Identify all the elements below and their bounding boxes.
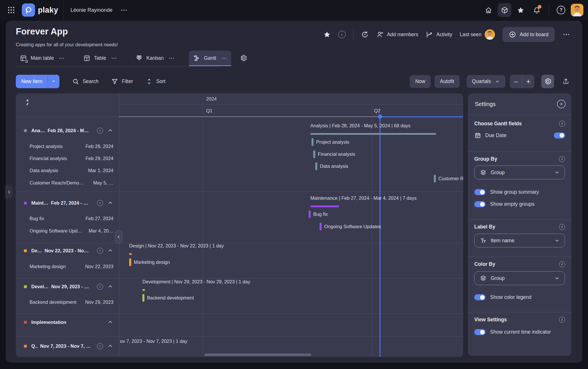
app-grid-icon[interactable]	[5, 3, 18, 17]
info-icon[interactable]: i	[559, 156, 565, 162]
group-header-row[interactable]: Devel…Nov 29, 2023 - …i	[16, 282, 119, 291]
panel-item-row[interactable]: Backend developmentNov 29, 2023	[16, 298, 119, 306]
panel-item-row[interactable]: Ongoing Software Upd…Mar 4, 20…	[16, 226, 119, 235]
topbar-more-menu[interactable]: •••	[121, 8, 128, 12]
group-header-row[interactable]: De…Nov 22, 2023 - No…i	[16, 246, 119, 255]
summary-bar[interactable]	[129, 253, 132, 255]
group-info-icon[interactable]: i	[97, 200, 103, 206]
chevron-down-icon	[554, 238, 560, 243]
show-empty-groups-toggle[interactable]	[474, 201, 486, 207]
help-icon[interactable]: ?	[554, 3, 568, 17]
group-header-row[interactable]: Implementation	[16, 317, 119, 327]
notifications-bell-icon[interactable]	[530, 3, 543, 17]
tab-kanban[interactable]: Kanban •••	[131, 51, 179, 66]
show-group-summary-toggle[interactable]	[474, 189, 486, 195]
now-button[interactable]: Now	[410, 75, 431, 88]
panel-item-row[interactable]: Bug fixFeb 27, 2024	[16, 214, 119, 223]
tab-gantt[interactable]: Gantt •••	[189, 51, 231, 66]
show-current-time-indicator-toggle[interactable]	[474, 329, 486, 335]
group-collapse-chevron-icon[interactable]	[108, 320, 113, 325]
panel-item-row[interactable]: Data analysisMar 1, 2024	[16, 166, 119, 175]
group-header-row[interactable]: Maint…Feb 27, 2024 - …i	[16, 198, 119, 208]
board-star-icon[interactable]	[323, 31, 331, 38]
summary-bar[interactable]	[142, 289, 145, 291]
home-icon[interactable]	[481, 3, 495, 17]
item-due-date: Feb 28, 2024	[86, 144, 113, 149]
tab-menu-icon[interactable]: •••	[169, 56, 175, 60]
board-more-menu[interactable]: •••	[563, 32, 570, 37]
autofit-button[interactable]: Autofit	[434, 75, 460, 88]
section-choose-gantt-fields: Choose Gantt fields i	[468, 121, 571, 127]
group-collapse-chevron-icon[interactable]	[108, 128, 113, 133]
group-info-icon[interactable]: i	[97, 284, 103, 290]
zoom-in-button[interactable]: +	[522, 75, 534, 88]
board-info-icon[interactable]: i	[338, 31, 346, 38]
item-bar[interactable]	[142, 294, 144, 302]
show-color-legend-toggle[interactable]	[474, 294, 486, 300]
tab-table[interactable]: Table •••	[79, 51, 121, 66]
group-collapse-chevron-icon[interactable]	[108, 343, 113, 349]
boards-cube-icon[interactable]	[498, 3, 511, 17]
sort-button[interactable]: Sort	[146, 78, 165, 85]
plaky-logo-icon[interactable]	[22, 3, 35, 17]
settings-close-icon[interactable]: ×	[557, 100, 566, 108]
group-header-row[interactable]: Ana…Feb 28, 2024 - M…i	[16, 126, 119, 135]
color-by-dropdown[interactable]: Group	[474, 271, 565, 285]
item-bar[interactable]	[434, 175, 436, 182]
filter-button[interactable]: Filter	[111, 78, 133, 85]
item-bar[interactable]	[313, 150, 315, 158]
info-icon[interactable]: i	[559, 261, 565, 267]
group-collapse-chevron-icon[interactable]	[108, 200, 113, 205]
group-info-icon[interactable]: i	[97, 128, 103, 134]
tab-menu-icon[interactable]: •••	[112, 56, 117, 60]
group-info-icon[interactable]: i	[97, 248, 103, 254]
collapse-all-icon[interactable]	[24, 99, 31, 106]
info-icon[interactable]: i	[559, 121, 565, 127]
export-icon[interactable]	[560, 75, 572, 88]
item-bar[interactable]	[312, 138, 314, 146]
search-button[interactable]: Search	[72, 78, 98, 85]
add-members-button[interactable]: Add members	[376, 31, 418, 38]
group-info-icon[interactable]: i	[97, 343, 103, 349]
due-date-toggle[interactable]	[554, 132, 565, 139]
info-icon[interactable]: i	[559, 224, 565, 230]
group-header-row[interactable]: Q..Nov 7, 2023 - Nov 7, …i	[16, 341, 119, 351]
workspace-user[interactable]: Léonie Raymonde	[71, 7, 113, 13]
summary-bar[interactable]	[310, 205, 339, 207]
zoom-unit-dropdown[interactable]: Quartals	[467, 75, 505, 88]
tab-menu-icon[interactable]: •••	[222, 56, 227, 60]
item-bar[interactable]	[320, 223, 322, 230]
panel-item-row[interactable]: Project analysisFeb 28, 2024	[16, 142, 119, 151]
panel-item-row[interactable]: Customer Reach/Demo…May 5, …	[16, 178, 119, 187]
new-item-button[interactable]: New Item	[16, 75, 59, 88]
info-icon[interactable]: i	[559, 317, 565, 323]
group-collapse-chevron-icon[interactable]	[108, 248, 113, 253]
group-name: Ana…	[31, 128, 45, 133]
activity-button[interactable]: Activity	[426, 31, 452, 38]
favorites-star-icon[interactable]	[514, 3, 527, 17]
group-separator	[16, 191, 463, 192]
tab-main-table[interactable]: Main table •••	[16, 51, 69, 66]
new-item-caret-icon[interactable]	[48, 79, 59, 84]
current-time-dot[interactable]	[378, 114, 382, 119]
gantt-settings-gear-icon[interactable]	[541, 75, 554, 88]
group-collapse-chevron-icon[interactable]	[108, 284, 113, 289]
item-bar[interactable]	[315, 162, 317, 170]
add-to-board-button[interactable]: Add to board	[502, 27, 555, 42]
group-by-dropdown[interactable]: Group	[474, 166, 565, 179]
views-gear-icon[interactable]	[240, 54, 247, 62]
group-name: Implementation	[31, 320, 66, 325]
item-bar[interactable]	[309, 210, 311, 218]
label-by-dropdown[interactable]: Item name	[474, 234, 565, 247]
zoom-out-button[interactable]: –	[510, 75, 522, 88]
summary-bar[interactable]	[310, 133, 436, 135]
panel-item-row[interactable]: Financial analysisFeb 29, 2024	[16, 154, 119, 163]
board-activity-log-icon[interactable]	[361, 30, 369, 39]
last-seen[interactable]: Last seen	[460, 29, 495, 40]
item-bar[interactable]	[129, 258, 131, 266]
expand-sidebar-handle[interactable]	[5, 186, 13, 198]
tab-menu-icon[interactable]: •••	[59, 56, 65, 60]
panel-item-row[interactable]: Marketing designNov 22, 2023	[16, 262, 119, 271]
user-avatar[interactable]	[570, 3, 584, 17]
horizontal-scrollbar[interactable]	[204, 353, 311, 356]
